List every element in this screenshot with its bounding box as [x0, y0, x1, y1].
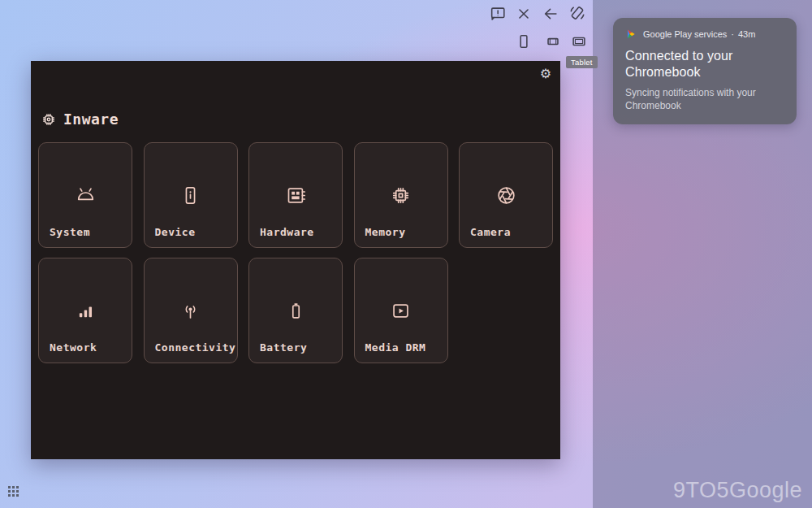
- tile-connectivity[interactable]: Connectivity: [144, 258, 238, 363]
- tile-battery[interactable]: Battery: [248, 258, 343, 363]
- developer-board-icon: [285, 185, 307, 206]
- tile-label: Connectivity: [155, 341, 236, 354]
- phone-landscape-icon[interactable]: [544, 33, 562, 50]
- rotate-icon[interactable]: [568, 4, 586, 22]
- phone-info-icon: [179, 185, 201, 206]
- tablet-tooltip: Tablet: [566, 56, 598, 68]
- notification-time: 43m: [738, 29, 755, 39]
- category-grid: System Device Hardware: [38, 142, 553, 363]
- notification-card[interactable]: Google Play services · 43m Connected to …: [613, 18, 797, 124]
- google-play-services-icon: [625, 28, 637, 40]
- app-title: Inware: [63, 111, 119, 128]
- settings-gear-icon[interactable]: ⚙: [540, 67, 551, 80]
- back-icon[interactable]: [542, 5, 559, 23]
- feedback-icon[interactable]: [489, 5, 507, 23]
- tile-label: Media DRM: [365, 341, 426, 354]
- aperture-icon: [495, 185, 517, 206]
- tile-camera[interactable]: Camera: [459, 142, 553, 248]
- notification-app-name: Google Play services: [643, 29, 727, 39]
- signal-bars-icon: [75, 300, 97, 322]
- tile-device[interactable]: Device: [144, 142, 238, 248]
- close-icon[interactable]: [515, 5, 533, 23]
- tile-label: Camera: [470, 226, 511, 238]
- tile-label: Battery: [260, 341, 307, 354]
- battery-icon: [285, 300, 307, 322]
- app-header: Inware: [41, 111, 119, 128]
- phone-portrait-icon[interactable]: [515, 33, 533, 50]
- notification-separator: ·: [731, 29, 734, 39]
- tile-label: Device: [155, 226, 196, 238]
- tethering-antenna-icon: [179, 300, 201, 322]
- tile-network[interactable]: Network: [38, 258, 132, 363]
- memory-chip-icon: [390, 185, 412, 206]
- tile-label: System: [50, 226, 90, 238]
- notification-body: Syncing notifications with your Chromebo…: [625, 86, 784, 112]
- watermark: 9TO5Google: [673, 478, 802, 503]
- tile-memory[interactable]: Memory: [354, 142, 448, 248]
- play-display-icon: [390, 300, 412, 322]
- android-icon: [75, 185, 97, 206]
- chip-logo-icon: [41, 111, 57, 128]
- tile-label: Memory: [365, 226, 406, 238]
- inware-app-window: ⚙ Inware System Device: [31, 61, 560, 459]
- tile-label: Network: [50, 341, 97, 354]
- notification-title: Connected to your Chromebook: [625, 48, 784, 81]
- tile-label: Hardware: [260, 226, 314, 238]
- tile-system[interactable]: System: [38, 142, 132, 248]
- notification-header: Google Play services · 43m: [625, 28, 784, 40]
- tablet-icon[interactable]: [570, 33, 588, 50]
- tile-media-drm[interactable]: Media DRM: [354, 258, 448, 363]
- launcher-grid-icon[interactable]: [8, 485, 19, 496]
- tile-hardware[interactable]: Hardware: [248, 142, 343, 248]
